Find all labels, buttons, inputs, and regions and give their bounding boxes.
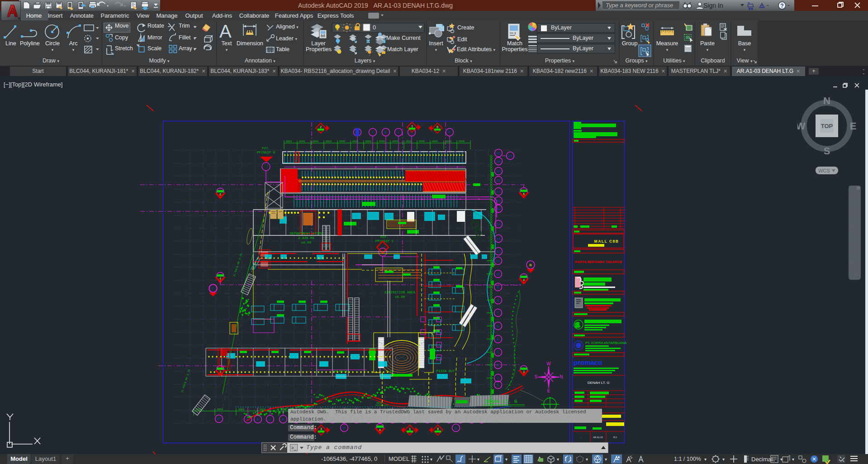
svg-text:2: 2 [497, 377, 499, 380]
svg-text:J: J [372, 131, 374, 134]
svg-text:EXHIBITION AREA: EXHIBITION AREA [384, 291, 415, 294]
svg-text:18: 18 [496, 179, 500, 182]
svg-text:promaco: promaco [574, 359, 602, 366]
svg-text:▾: ▾ [586, 457, 588, 462]
svg-text:?: ? [780, 3, 783, 9]
svg-text:8000: 8000 [365, 140, 371, 143]
svg-text:5: 5 [497, 338, 499, 341]
svg-text:8000: 8000 [406, 140, 412, 143]
svg-text:6: 6 [437, 427, 439, 431]
svg-text:8000: 8000 [217, 408, 223, 411]
svg-text:2.626 M6: 2.626 M6 [298, 236, 315, 240]
svg-text:21: 21 [508, 154, 512, 158]
svg-text:E: E [850, 120, 856, 132]
svg-text:16: 16 [496, 199, 501, 203]
svg-text:▾: ▾ [477, 457, 479, 462]
svg-text:8000: 8000 [286, 140, 292, 143]
svg-text:C: C [269, 418, 271, 421]
svg-text:.: . [580, 436, 581, 439]
svg-text:4: 4 [497, 351, 499, 354]
svg-text:B: B [529, 263, 531, 267]
svg-text:R.0: R.0 [613, 436, 617, 439]
svg-text:POT.: POT. [262, 147, 270, 150]
svg-text:8000: 8000 [432, 140, 438, 143]
svg-text:1:1 / 100%: 1:1 / 100% [674, 456, 701, 462]
svg-text:8000: 8000 [313, 140, 318, 143]
svg-text:KARYA BERSAMA TAKAROB: KARYA BERSAMA TAKAROB [575, 260, 622, 264]
svg-text:▾: ▾ [722, 457, 725, 462]
svg-text:DEPARTMENT STORE: DEPARTMENT STORE [290, 232, 323, 235]
svg-text:AR.A1-03: AR.A1-03 [593, 436, 603, 439]
svg-text:PPINSIP 9: PPINSIP 9 [257, 151, 275, 154]
svg-text:POT.: POT. [380, 235, 389, 239]
svg-text:6: 6 [523, 193, 525, 196]
svg-text:10: 10 [496, 273, 500, 276]
svg-text:8: 8 [497, 299, 499, 302]
svg-text:11: 11 [496, 259, 500, 263]
svg-text:▾: ▾ [505, 457, 508, 462]
svg-text:±0.00: ±0.00 [301, 241, 312, 244]
svg-text:N: N [823, 95, 830, 106]
svg-text:JL.RAYA KM 3.70: JL.RAYA KM 3.70 [232, 253, 243, 277]
svg-text:3: 3 [320, 427, 323, 431]
svg-text:8000: 8000 [339, 140, 345, 143]
svg-text:DENAH LT. G: DENAH LT. G [588, 381, 610, 385]
svg-text:PT. KORRA ANTARBUANA: PT. KORRA ANTARBUANA [585, 341, 627, 345]
svg-text:22: 22 [496, 152, 500, 155]
svg-text:9: 9 [497, 286, 499, 289]
svg-text:JL.RAYA KM 3.70: JL.RAYA KM 3.70 [180, 369, 191, 393]
svg-text:S: S [535, 374, 538, 379]
svg-text:▾: ▾ [780, 457, 783, 462]
svg-text:1: 1 [409, 427, 411, 431]
svg-text:13: 13 [496, 237, 501, 241]
svg-text:8000: 8000 [446, 140, 451, 143]
svg-text:4: 4 [219, 277, 221, 281]
svg-text:0: 0 [373, 24, 376, 31]
svg-text:8000: 8000 [379, 140, 385, 143]
svg-text:▾: ▾ [430, 457, 432, 462]
svg-text:3: 3 [219, 371, 221, 374]
svg-text:12: 12 [496, 250, 500, 254]
svg-text:3: 3 [497, 364, 499, 367]
svg-text:1: 1 [411, 124, 413, 128]
svg-text:MALL C8B: MALL C8B [594, 239, 619, 244]
svg-text:Q: Q [455, 426, 457, 430]
svg-text:8000: 8000 [392, 140, 398, 143]
svg-text:A: A [379, 429, 381, 432]
svg-text:N: N [560, 374, 563, 379]
svg-text:K: K [385, 131, 387, 134]
svg-text:8000: 8000 [299, 140, 305, 143]
svg-text:6: 6 [436, 125, 439, 129]
svg-text:8000: 8000 [459, 140, 465, 143]
svg-text:7: 7 [497, 311, 499, 315]
svg-text:D: D [282, 418, 285, 421]
svg-text:8000: 8000 [326, 140, 332, 143]
svg-text:±0.00: ±0.00 [395, 295, 405, 299]
svg-text:TOP: TOP [821, 123, 833, 129]
svg-text:6: 6 [497, 325, 499, 328]
svg-text:17: 17 [496, 190, 500, 194]
svg-text:14: 14 [496, 223, 501, 226]
svg-text:B: B [257, 418, 259, 421]
svg-text:20: 20 [496, 160, 501, 163]
svg-text:E: E [547, 388, 550, 393]
svg-text:8000: 8000 [238, 408, 244, 411]
svg-text:15: 15 [496, 207, 501, 211]
svg-text:▾: ▾ [605, 457, 607, 462]
svg-text:WCS: WCS [818, 168, 830, 173]
svg-text:2: 2 [320, 125, 322, 129]
svg-text:3: 3 [523, 371, 525, 374]
svg-text:W: W [546, 361, 551, 366]
svg-text:W: W [797, 120, 806, 132]
svg-text:▾: ▾ [704, 457, 707, 462]
svg-text:C: C [212, 287, 214, 291]
svg-text:4': 4' [217, 417, 221, 421]
svg-text:8000: 8000 [419, 140, 425, 143]
svg-text:▾: ▾ [792, 457, 794, 462]
svg-text:PIZZA HUT: PIZZA HUT [436, 369, 455, 373]
svg-text:A: A [247, 418, 249, 421]
svg-text:6: 6 [219, 193, 221, 196]
svg-text:H: H [343, 426, 346, 430]
svg-text:1: 1 [497, 383, 499, 387]
svg-text:19: 19 [496, 170, 500, 173]
